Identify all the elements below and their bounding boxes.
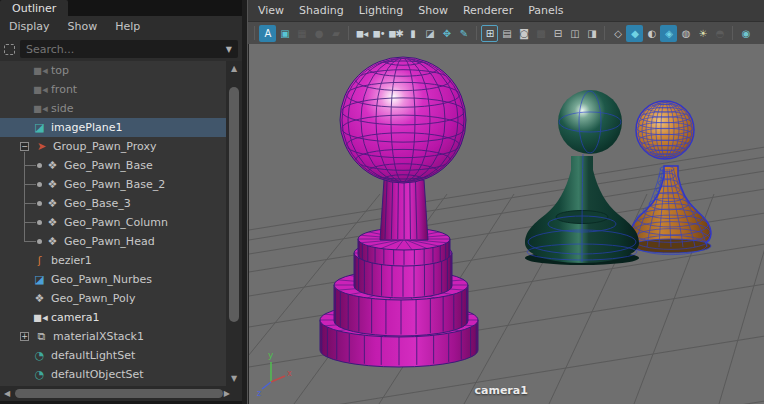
- scene-3d: y x z: [249, 44, 764, 404]
- outliner-item-Geo_Pawn_Head[interactable]: ❖Geo_Pawn_Head: [0, 232, 226, 251]
- resolution-gate-icon[interactable]: ◙: [515, 25, 532, 42]
- grid-icon[interactable]: ⊞: [481, 25, 498, 42]
- item-label: Geo_Pawn_Base: [64, 159, 153, 172]
- viewport-menubar: ViewShadingLightingShowRendererPanels: [248, 0, 764, 22]
- axis-z-label: z: [257, 389, 261, 398]
- shaded-cube-icon[interactable]: ◆: [626, 25, 643, 42]
- tree-connector: [24, 165, 36, 166]
- gate-mask-icon[interactable]: ▩: [532, 25, 549, 42]
- collapse-icon[interactable]: −: [20, 142, 29, 151]
- selection-highlight-icon[interactable]: ▣: [276, 25, 293, 42]
- image-plane-icon[interactable]: ◪: [421, 25, 438, 42]
- pawn-teal-nurbs[interactable]: [525, 90, 639, 265]
- outliner-menu-display[interactable]: Display: [9, 20, 50, 33]
- outliner-tab[interactable]: Outliner: [0, 0, 68, 16]
- letter-a-icon[interactable]: A: [259, 25, 276, 42]
- camera-attributes-icon[interactable]: ◼✱: [387, 25, 404, 42]
- tree-connector: [24, 203, 36, 204]
- horizontal-scroll-thumb[interactable]: [15, 389, 223, 398]
- outliner-item-Geo_Pawn_Nurbes[interactable]: ◪Geo_Pawn_Nurbes: [0, 270, 226, 289]
- scroll-down-icon[interactable]: ▼: [226, 374, 242, 383]
- outliner-menu-help[interactable]: Help: [115, 20, 140, 33]
- toolbar-separator: [348, 26, 349, 40]
- horizontal-scrollbar[interactable]: ◀ ▶: [0, 386, 242, 401]
- tree-node-dot: [37, 220, 42, 225]
- outliner-item-side[interactable]: ◼◂side: [0, 99, 226, 118]
- tree-connector: [24, 222, 36, 223]
- axis-gizmo: y x z: [257, 350, 292, 398]
- outliner-item-defaultObjectSet[interactable]: ◔defaultObjectSet: [0, 365, 226, 384]
- outliner-item-Geo_Pawn_Base[interactable]: ❖Geo_Pawn_Base: [0, 156, 226, 175]
- viewport-menu-renderer[interactable]: Renderer: [463, 4, 513, 17]
- item-label: defaultObjectSet: [51, 368, 144, 381]
- outliner-item-materialXStack1[interactable]: +⧉materialXStack1: [0, 327, 226, 346]
- default-material-icon[interactable]: ◍: [677, 25, 694, 42]
- item-label: materialXStack1: [53, 330, 144, 343]
- search-dropdown-icon[interactable]: ▼: [226, 45, 232, 54]
- item-label: front: [51, 83, 77, 96]
- camera-name-label: camera1: [474, 384, 527, 397]
- mesh-icon: ❖: [46, 217, 59, 228]
- outliner-item-camera1[interactable]: ◼◂camera1: [0, 308, 226, 327]
- outliner-item-Geo_Pawn_Base_2[interactable]: ❖Geo_Pawn_Base_2: [0, 175, 226, 194]
- outliner-item-imagePlane1[interactable]: ◪imagePlane1: [0, 118, 226, 137]
- mesh-icon: ❖: [46, 198, 59, 209]
- textured-sphere-icon[interactable]: ◐: [643, 25, 660, 42]
- outliner-item-Group_Pawn_Proxy[interactable]: −➤Group_Pawn_Proxy: [0, 137, 226, 156]
- viewport-menu-shading[interactable]: Shading: [299, 4, 344, 17]
- scroll-right-icon[interactable]: ▶: [224, 389, 230, 398]
- outliner-item-Geo_Pawn_Poly[interactable]: ❖Geo_Pawn_Poly: [0, 289, 226, 308]
- film-gate-icon[interactable]: ▤: [498, 25, 515, 42]
- expand-icon[interactable]: +: [20, 332, 29, 341]
- outliner-menu-show[interactable]: Show: [68, 20, 98, 33]
- set-icon: ◔: [33, 369, 46, 380]
- viewport-menu-lighting[interactable]: Lighting: [359, 4, 403, 17]
- select-camera-icon[interactable]: ◼◂: [353, 25, 370, 42]
- item-label: Geo_Pawn_Poly: [51, 292, 135, 305]
- proxy-group-icon: ➤: [35, 141, 48, 152]
- outliner-item-bezier1[interactable]: ʃbezier1: [0, 251, 226, 270]
- outliner-item-Geo_Base_3[interactable]: ❖Geo_Base_3: [0, 194, 226, 213]
- item-label: Geo_Pawn_Column: [64, 216, 168, 229]
- bookmark-icon[interactable]: ▮: [404, 25, 421, 42]
- outliner-menubar: DisplayShowHelp: [0, 16, 242, 37]
- pawn-orange-wireframe[interactable]: [631, 101, 711, 255]
- nurbs-icon: ◪: [33, 274, 46, 285]
- search-input[interactable]: [20, 40, 238, 58]
- vertical-scroll-thumb[interactable]: [229, 87, 239, 322]
- safe-title-icon[interactable]: ◨: [583, 25, 600, 42]
- ground-plane-icon[interactable]: ▰: [327, 25, 344, 42]
- viewport-canvas[interactable]: y x z camera1: [248, 44, 764, 404]
- scroll-up-icon[interactable]: ▲: [226, 64, 242, 73]
- outliner-item-Geo_Pawn_Column[interactable]: ❖Geo_Pawn_Column: [0, 213, 226, 232]
- wireframe-cube-icon[interactable]: ◇: [609, 25, 626, 42]
- wire-sphere-icon[interactable]: ▦: [293, 25, 310, 42]
- selection-filter-icon[interactable]: [4, 44, 15, 55]
- mesh-icon: ❖: [33, 293, 46, 304]
- grease-pencil-icon[interactable]: ✎: [455, 25, 472, 42]
- item-label: Geo_Pawn_Nurbes: [51, 273, 152, 286]
- item-label: Group_Pawn_Proxy: [53, 140, 156, 153]
- vertical-scrollbar[interactable]: ▲ ▼: [226, 61, 242, 386]
- viewport-menu-view[interactable]: View: [258, 4, 284, 17]
- lighting-bulb-icon[interactable]: ☀: [694, 25, 711, 42]
- pawn-magenta-proxy[interactable]: [320, 57, 478, 367]
- shaded-sphere-icon[interactable]: ●: [310, 25, 327, 42]
- outliner-item-defaultLightSet[interactable]: ◔defaultLightSet: [0, 346, 226, 365]
- toolbar-separator: [732, 26, 733, 40]
- scroll-left-icon[interactable]: ◀: [4, 389, 10, 398]
- shadows-icon[interactable]: ◓: [711, 25, 728, 42]
- viewport-menu-panels[interactable]: Panels: [528, 4, 563, 17]
- ao-sphere-icon[interactable]: ◉: [737, 25, 754, 42]
- pan-zoom-icon[interactable]: ✥: [438, 25, 455, 42]
- textured-cube-icon[interactable]: ◈: [660, 25, 677, 42]
- item-label: top: [51, 64, 69, 77]
- lock-camera-icon[interactable]: ◼•: [370, 25, 387, 42]
- viewport-menu-show[interactable]: Show: [418, 4, 448, 17]
- field-chart-icon[interactable]: ⊟: [549, 25, 566, 42]
- outliner-item-top[interactable]: ◼◂top: [0, 61, 226, 80]
- outliner-tree: ◼◂top◼◂front◼◂side◪imagePlane1−➤Group_Pa…: [0, 61, 226, 386]
- safe-action-icon[interactable]: ◫: [566, 25, 583, 42]
- outliner-item-front[interactable]: ◼◂front: [0, 80, 226, 99]
- item-label: Geo_Pawn_Head: [64, 235, 155, 248]
